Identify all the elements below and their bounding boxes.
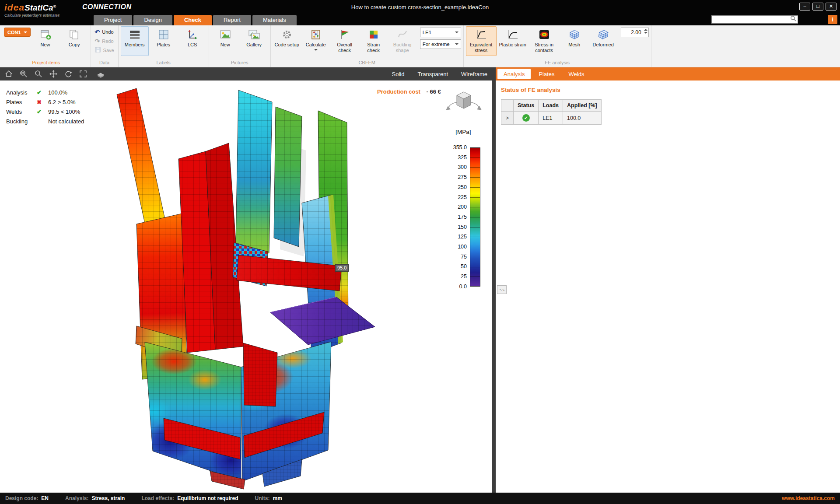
search-box xyxy=(711,15,798,24)
home-view-icon[interactable] xyxy=(4,70,13,78)
stress-in-contacts-button[interactable]: Stress in contacts xyxy=(529,26,560,56)
redo-button[interactable]: ↷ Redo xyxy=(93,37,116,45)
clip-plane-icon[interactable] xyxy=(96,70,105,78)
loads-cell: LE1 xyxy=(539,112,563,125)
search-input[interactable] xyxy=(712,16,790,23)
picture-icon xyxy=(219,28,231,41)
flag-icon xyxy=(339,28,351,41)
legend-unit: [MPa] xyxy=(446,129,480,135)
pan-icon[interactable] xyxy=(49,70,58,78)
code-setup-button[interactable]: Code setup xyxy=(273,26,301,56)
search-icon[interactable] xyxy=(790,15,797,24)
calculate-button[interactable]: Calculate xyxy=(302,26,330,56)
strain-check-button[interactable]: Strain check xyxy=(360,26,388,56)
app-tagline: Calculate yesterday's estimates xyxy=(4,13,60,18)
tab-design[interactable]: Design xyxy=(133,15,172,25)
tab-project[interactable]: Project xyxy=(94,15,132,25)
stress-model-visualization[interactable] xyxy=(0,80,492,493)
info-button[interactable]: i xyxy=(828,15,837,24)
minimize-button[interactable]: – xyxy=(799,3,810,10)
results-panel-tabs: Analysis Plates Welds xyxy=(496,67,840,80)
design-code-status: Design code:EN xyxy=(5,495,49,501)
new-item-icon xyxy=(39,28,52,41)
buckling-shape-icon xyxy=(396,28,409,41)
view-mode-solid[interactable]: Solid xyxy=(392,71,405,77)
close-button[interactable]: ✕ xyxy=(826,3,836,10)
members-labels-button[interactable]: Members xyxy=(121,26,149,56)
ribbon-group-pictures: New Gallery Pictures xyxy=(209,25,271,67)
view-mode-transparent[interactable]: Transparent xyxy=(417,71,448,77)
lcs-axes-icon xyxy=(186,28,199,41)
ribbon: CON1 New Copy Project items xyxy=(0,25,840,67)
rotate-icon[interactable] xyxy=(64,70,73,78)
tab-report[interactable]: Report xyxy=(213,15,251,25)
plates-icon xyxy=(158,28,170,41)
save-button[interactable]: Save xyxy=(93,46,116,54)
new-picture-button[interactable]: New xyxy=(211,26,239,56)
group-label-project-items: Project items xyxy=(4,59,88,67)
equivalent-stress-button[interactable]: Equivalent stress xyxy=(466,26,497,56)
plates-labels-button[interactable]: Plates xyxy=(150,26,178,56)
check-row-welds: Welds ✔ 99.5 < 100% xyxy=(6,107,84,116)
connection-item-selector[interactable]: CON1 xyxy=(4,28,31,37)
spinner-arrows[interactable] xyxy=(644,29,648,34)
gallery-button[interactable]: Gallery xyxy=(240,26,268,56)
column-header-applied: Applied [%] xyxy=(563,100,602,112)
stress-value-label: 95.0 xyxy=(335,264,349,272)
idea-statica-connection-window: ideaStatiCa® Calculate yesterday's estim… xyxy=(0,0,840,504)
zoom-fit-icon[interactable] xyxy=(79,70,88,78)
maximize-button[interactable]: □ xyxy=(812,3,823,10)
panel-tab-plates[interactable]: Plates xyxy=(532,67,561,80)
ribbon-group-labels: Members Plates LCS Labels xyxy=(119,25,209,67)
panel-tab-analysis[interactable]: Analysis xyxy=(497,69,531,79)
color-scale-bar xyxy=(470,147,480,287)
contact-stress-icon xyxy=(538,28,550,41)
orientation-cube[interactable] xyxy=(444,86,484,128)
section-title: Status of FE analysis xyxy=(501,87,835,93)
tab-check[interactable]: Check xyxy=(174,15,212,25)
panel-splitter[interactable] xyxy=(492,67,496,493)
buckling-shape-button[interactable]: Buckling shape xyxy=(388,26,416,56)
save-icon xyxy=(95,47,101,54)
check-row-buckling: Buckling Not calculated xyxy=(6,116,84,126)
tab-materials[interactable]: Materials xyxy=(252,15,297,25)
view-mode-wireframe[interactable]: Wireframe xyxy=(461,71,487,77)
registered-mark: ® xyxy=(53,4,56,9)
website-link[interactable]: www.ideastatica.com xyxy=(782,495,835,501)
undo-button[interactable]: ↶ Undo xyxy=(93,28,116,36)
connection-item-label: CON1 xyxy=(7,30,21,35)
load-effects-status: Load effects:Equilibrium not required xyxy=(141,495,238,501)
product-name: CONNECTION xyxy=(82,3,132,11)
analysis-type-status: Analysis:Stress, strain xyxy=(65,495,125,501)
window-controls: – □ ✕ xyxy=(799,3,836,10)
deformed-scale-spinner[interactable]: 2.00 xyxy=(621,28,649,37)
document-title: How to create custom cross-section_examp… xyxy=(175,4,665,10)
model-canvas[interactable]: Analysis ✔ 100.0% Plates ✖ 6.2 > 5.0% We… xyxy=(0,80,492,493)
plastic-strain-button[interactable]: Plastic strain xyxy=(497,26,528,56)
zoom-window-icon[interactable] xyxy=(19,70,28,78)
main-tab-bar: Project Design Check Report Materials xyxy=(94,15,297,25)
copy-item-button[interactable]: Copy xyxy=(60,26,88,56)
splitter-collapse-handle[interactable]: ↖↘ xyxy=(497,285,507,294)
panel-tab-welds[interactable]: Welds xyxy=(562,67,592,80)
chevron-down-icon xyxy=(314,49,318,51)
copy-icon xyxy=(68,28,80,41)
group-label-fe-analysis: FE analysis xyxy=(466,59,649,67)
chevron-down-icon xyxy=(24,32,27,33)
mesh-button[interactable]: Mesh xyxy=(560,26,588,56)
lcs-labels-button[interactable]: LCS xyxy=(178,26,206,56)
status-cell: ✔ xyxy=(514,112,539,125)
deformed-button[interactable]: Deformed xyxy=(589,26,617,56)
zoom-icon[interactable] xyxy=(34,70,43,78)
extreme-select[interactable]: For extreme xyxy=(420,39,461,49)
group-label-labels: Labels xyxy=(121,59,206,67)
logo-idea: idea xyxy=(4,2,24,12)
viewport-toolbar: Solid Transparent Wireframe xyxy=(0,67,492,80)
statusbar: Design code:EN Analysis:Stress, strain L… xyxy=(0,493,840,504)
overall-check-button[interactable]: Overall check xyxy=(331,26,359,56)
strain-check-icon xyxy=(368,28,380,41)
applied-cell: 100.0 xyxy=(563,112,602,125)
new-project-item-button[interactable]: New xyxy=(32,26,60,56)
row-expander[interactable]: > xyxy=(501,112,514,125)
load-effect-select[interactable]: LE1 xyxy=(420,28,461,37)
